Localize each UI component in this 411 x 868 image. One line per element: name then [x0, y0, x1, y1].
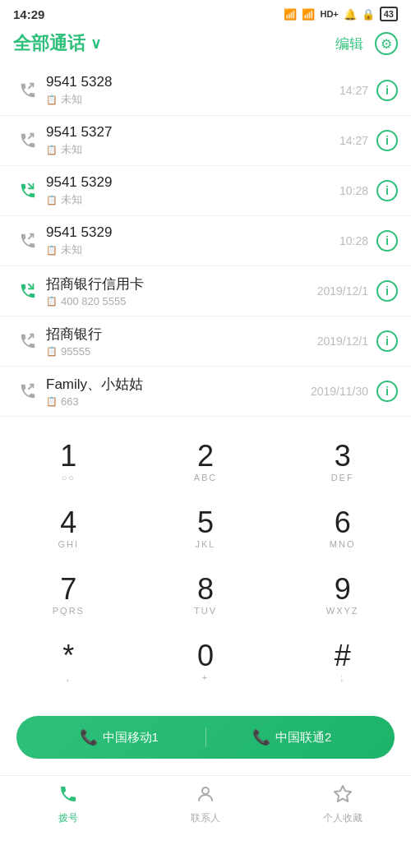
info-button[interactable]: i: [376, 80, 398, 101]
nav-item-contacts[interactable]: 联系人: [137, 784, 275, 825]
dial-letters: PQRS: [53, 606, 85, 618]
call-time: 14:27: [339, 84, 368, 97]
dialpad-grid: 1 ○○ 2 ABC 3 DEF 4 GHI 5 JKL 6 MNO 7 PQR…: [0, 430, 411, 696]
dialpad: 1 ○○ 2 ABC 3 DEF 4 GHI 5 JKL 6 MNO 7 PQR…: [0, 417, 411, 703]
call-item[interactable]: 9541 5327 📋 未知 14:27 i: [0, 116, 411, 166]
dial-key-2[interactable]: 2 ABC: [137, 430, 275, 496]
svg-point-0: [202, 787, 209, 794]
call-direction-icon: [13, 81, 43, 99]
sub-icon: 📋: [46, 195, 58, 205]
dial-number: 2: [197, 441, 214, 471]
dial-key-9[interactable]: 9 WXYZ: [274, 563, 411, 630]
call-info: 9541 5329 📋 未知: [46, 174, 339, 207]
dial-letters: MNO: [330, 539, 356, 552]
call-name: 招商银行: [46, 325, 317, 344]
call-direction-icon: [13, 232, 43, 250]
call-sub: 📋 663: [46, 395, 311, 408]
info-button[interactable]: i: [376, 180, 398, 201]
dial-key-star[interactable]: * ,: [0, 630, 137, 696]
sub-icon: 📋: [46, 346, 58, 357]
sub-icon: 📋: [46, 245, 58, 256]
call-time: 10:28: [339, 234, 368, 247]
call-button[interactable]: 📞 中国移动1 📞 中国联通2: [16, 716, 395, 759]
call-direction-icon: [13, 282, 43, 300]
call-item[interactable]: 招商银行 📋 95555 2019/12/1 i: [0, 316, 411, 367]
call-item[interactable]: 9541 5329 📋 未知 10:28 i: [0, 166, 411, 216]
call-info: 招商银行信用卡 📋 400 820 5555: [46, 275, 317, 307]
dial-key-7[interactable]: 7 PQRS: [0, 563, 137, 630]
dial-key-hash[interactable]: # ;: [274, 630, 411, 696]
phone-icon: 📞: [80, 728, 98, 746]
call-btn-divider: [206, 727, 206, 747]
dial-number: 9: [335, 575, 351, 604]
call-btn-mobile-label: 中国移动1: [103, 730, 159, 746]
nav-label-contacts: 联系人: [191, 811, 220, 825]
edit-button[interactable]: 编辑: [335, 35, 363, 53]
dial-letters: JKL: [196, 539, 216, 552]
dial-letters: +: [202, 672, 209, 685]
bell-icon: 🔔: [344, 8, 357, 21]
signal-icon-2: 📶: [302, 8, 315, 21]
call-direction-icon: [13, 382, 43, 400]
sub-icon: 📋: [46, 296, 58, 307]
call-sub: 📋 95555: [46, 345, 317, 358]
settings-button[interactable]: ⚙: [375, 32, 398, 55]
call-time: 10:28: [339, 184, 368, 197]
dial-letters: ;: [340, 672, 344, 685]
call-time: 2019/12/1: [317, 284, 368, 298]
call-name: 9541 5329: [46, 174, 339, 191]
dial-key-5[interactable]: 5 JKL: [137, 496, 275, 563]
info-button[interactable]: i: [376, 381, 398, 402]
chevron-down-icon: ∨: [90, 35, 101, 53]
header-title-text: 全部通话: [13, 31, 85, 56]
call-btn-mobile[interactable]: 📞 中国移动1: [39, 728, 199, 746]
dial-number: #: [335, 641, 351, 671]
call-sub: 📋 未知: [46, 242, 339, 257]
call-sub-text: 未知: [61, 242, 82, 257]
dial-key-3[interactable]: 3 DEF: [274, 430, 411, 496]
call-item[interactable]: 招商银行信用卡 📋 400 820 5555 2019/12/1 i: [0, 266, 411, 316]
call-sub: 📋 未知: [46, 92, 339, 107]
call-item[interactable]: 9541 5329 📋 未知 10:28 i: [0, 216, 411, 266]
call-name: 9541 5329: [46, 224, 339, 241]
sub-icon: 📋: [46, 396, 58, 407]
sub-icon: 📋: [46, 145, 58, 155]
dial-number: 0: [197, 641, 214, 671]
dial-key-4[interactable]: 4 GHI: [0, 496, 137, 563]
status-right: 📶 📶 HD+ 🔔 🔒 43: [284, 7, 398, 21]
call-item[interactable]: 9541 5328 📋 未知 14:27 i: [0, 66, 411, 116]
call-btn-unicom[interactable]: 📞 中国联通2: [213, 728, 372, 746]
info-button[interactable]: i: [376, 330, 398, 352]
call-sub-text: 未知: [61, 142, 82, 157]
call-item[interactable]: Family、小姑姑 📋 663 2019/11/30 i: [0, 367, 411, 417]
info-button[interactable]: i: [376, 280, 398, 302]
dial-letters: GHI: [58, 539, 80, 552]
dial-key-8[interactable]: 8 TUV: [137, 563, 275, 630]
battery-indicator: 43: [380, 7, 398, 21]
dial-key-1[interactable]: 1 ○○: [0, 430, 137, 496]
dial-key-6[interactable]: 6 MNO: [274, 496, 411, 563]
header-title-section[interactable]: 全部通话 ∨: [13, 31, 101, 56]
dial-letters: WXYZ: [326, 606, 359, 618]
dial-letters: ABC: [194, 473, 218, 485]
dial-key-0[interactable]: 0 +: [137, 630, 275, 696]
header-right: 编辑 ⚙: [335, 32, 398, 55]
info-button[interactable]: i: [376, 130, 398, 151]
nav-item-favorites[interactable]: 个人收藏: [274, 784, 411, 825]
call-name: 招商银行信用卡: [46, 275, 317, 293]
call-info: 9541 5327 📋 未知: [46, 124, 339, 157]
signal-icon: 📶: [284, 8, 297, 21]
call-sub-text: 663: [61, 395, 79, 408]
header: 全部通话 ∨ 编辑 ⚙: [0, 25, 411, 66]
call-direction-icon: [13, 182, 43, 200]
dial-number: 6: [335, 508, 351, 538]
dial-number: 1: [60, 441, 76, 471]
bottom-nav: 拨号 联系人 个人收藏: [0, 775, 411, 842]
info-button[interactable]: i: [376, 230, 398, 252]
dial-letters: TUV: [194, 606, 217, 618]
nav-label-favorites: 个人收藏: [323, 811, 363, 825]
call-direction-icon: [13, 132, 43, 150]
nav-label-dialpad: 拨号: [58, 811, 78, 825]
nav-item-dialpad[interactable]: 拨号: [0, 784, 137, 825]
call-sub-text: 未知: [61, 92, 82, 107]
